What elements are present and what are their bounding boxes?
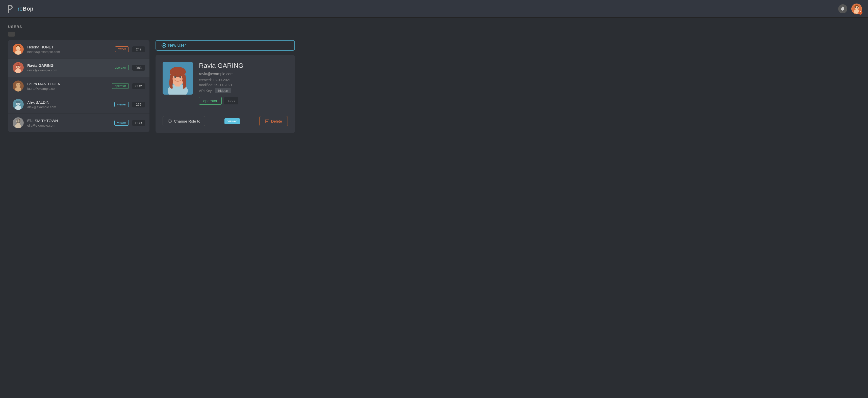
user-id: 242 (132, 46, 145, 52)
svg-rect-48 (265, 120, 269, 123)
delete-label: Delete (271, 119, 282, 123)
svg-rect-25 (16, 101, 21, 103)
main-content: USERS 5 (0, 18, 303, 140)
detail-name: Ravia GARING (199, 62, 288, 70)
svg-point-45 (180, 78, 183, 80)
user-email: helena@example.com (27, 50, 111, 54)
role-badge: viewer (114, 102, 129, 107)
svg-point-22 (15, 105, 21, 110)
user-name: Ella SMITHTOWN (27, 118, 111, 123)
notifications-button[interactable] (838, 4, 847, 13)
user-info: Ella SMITHTOWN ella@example.com (27, 118, 111, 128)
header: reBop 0 (0, 0, 868, 18)
new-user-label: New User (168, 43, 186, 48)
svg-point-3 (856, 7, 856, 8)
user-row[interactable]: Alex BALDIN alex@example.com viewer 265 (8, 95, 150, 114)
svg-marker-46 (171, 120, 172, 121)
user-count-badge: 5 (8, 32, 15, 37)
user-name: Ravia GARING (27, 63, 108, 68)
svg-point-44 (172, 78, 175, 80)
svg-point-4 (858, 7, 858, 8)
user-row[interactable]: Helena HONET helena@example.com owner 24… (8, 40, 150, 59)
user-info: Helena HONET helena@example.com (27, 45, 111, 54)
logo-text: reBop (18, 5, 33, 12)
users-panel: Helena HONET helena@example.com owner 24… (8, 40, 295, 133)
role-badge: operator (112, 65, 129, 70)
svg-point-28 (15, 124, 21, 128)
role-badge: viewer (114, 120, 129, 126)
logo-icon (6, 4, 15, 13)
user-menu-button[interactable]: 0 (851, 3, 862, 14)
detail-avatar (163, 62, 193, 95)
svg-point-30 (19, 121, 20, 122)
detail-actions: Change Role to viewer Delete (163, 111, 288, 126)
user-id: BCB (132, 120, 145, 126)
user-id: D83 (132, 65, 145, 71)
user-id: 265 (132, 102, 145, 107)
change-role-value-button[interactable]: viewer (224, 118, 240, 124)
user-detail-card: Ravia GARING ravia@example.com created: … (156, 55, 295, 133)
detail-top: Ravia GARING ravia@example.com created: … (163, 62, 288, 105)
detail-role-badge: operator (199, 97, 222, 105)
svg-point-18 (17, 85, 18, 85)
svg-point-19 (19, 85, 20, 85)
detail-created: created: 18-09-2021 (199, 78, 288, 82)
api-key-label: API Key: (199, 89, 213, 93)
user-badge: 0 (859, 10, 863, 14)
right-panel: New User (156, 40, 295, 133)
header-actions: 0 (838, 3, 862, 14)
avatar (12, 99, 24, 110)
avatar (12, 44, 24, 55)
user-row[interactable]: Ella SMITHTOWN ella@example.com viewer B… (8, 114, 150, 132)
avatar (12, 80, 24, 92)
user-info: Laura MANITOULA laura@example.com (27, 81, 108, 91)
svg-point-8 (17, 48, 18, 48)
role-badge: owner (115, 46, 129, 52)
users-list: Helena HONET helena@example.com owner 24… (8, 40, 150, 132)
change-role-label: Change Role to (174, 119, 200, 123)
user-email: alex@example.com (27, 105, 111, 109)
svg-point-29 (17, 121, 18, 122)
user-email: ravia@example.com (27, 68, 108, 72)
svg-point-9 (19, 48, 20, 48)
change-role-button[interactable]: Change Role to (163, 116, 205, 126)
svg-point-7 (15, 50, 21, 55)
user-name: Helena HONET (27, 45, 111, 50)
user-info: Ravia GARING ravia@example.com (27, 63, 108, 72)
detail-info: Ravia GARING ravia@example.com created: … (199, 62, 288, 105)
user-id: CD2 (132, 83, 145, 89)
section-title: USERS (8, 25, 295, 29)
svg-point-43 (180, 76, 181, 78)
detail-user-id: D83 (224, 97, 238, 104)
user-email: laura@example.com (27, 87, 108, 91)
svg-point-42 (175, 76, 176, 78)
api-key-row: API Key: hidden (199, 88, 288, 93)
user-name: Alex BALDIN (27, 100, 111, 105)
delete-button[interactable]: Delete (259, 116, 288, 126)
user-email: ella@example.com (27, 124, 111, 127)
user-info: Alex BALDIN alex@example.com (27, 100, 111, 109)
svg-point-17 (15, 87, 21, 92)
detail-modified: modified: 29-11-2021 (199, 83, 288, 87)
user-name: Laura MANITOULA (27, 81, 108, 87)
user-row[interactable]: Ravia GARING ravia@example.com operator … (8, 59, 150, 77)
new-user-button[interactable]: New User (156, 40, 295, 51)
api-key-value: hidden (215, 88, 231, 93)
avatar (12, 117, 24, 128)
user-row[interactable]: Laura MANITOULA laura@example.com operat… (8, 77, 150, 95)
svg-point-16 (16, 83, 21, 87)
svg-point-12 (15, 69, 21, 73)
detail-email: ravia@example.com (199, 72, 288, 76)
detail-role-row: operator D83 (199, 97, 288, 105)
role-badge: operator (112, 83, 129, 89)
logo-area: reBop (6, 4, 838, 13)
avatar (12, 62, 24, 73)
